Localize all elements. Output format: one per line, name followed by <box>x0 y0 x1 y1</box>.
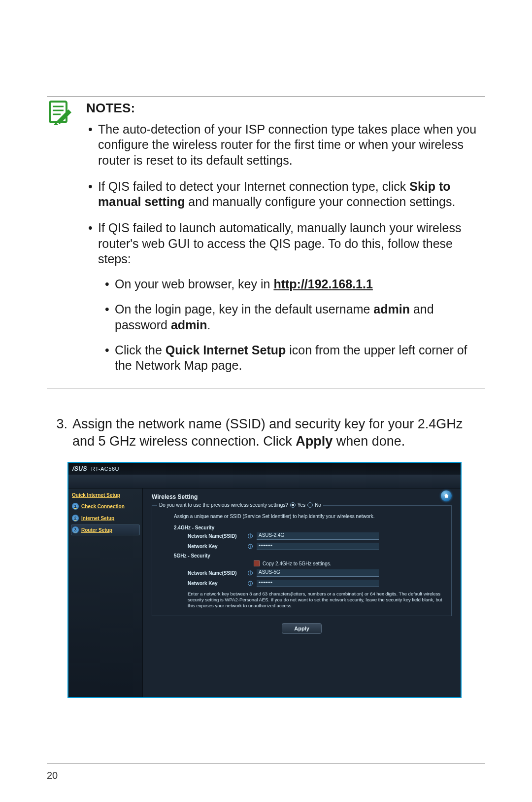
info-icon: ⓘ <box>247 533 254 540</box>
ssid-help-text: Assign a unique name or SSID (Service Se… <box>174 514 444 519</box>
notes-subitem: •On your web browser, key in http://192.… <box>112 277 485 292</box>
info-icon: ⓘ <box>247 580 254 587</box>
previous-settings-question: Do you want to use the previous wireless… <box>157 502 323 508</box>
sidebar-item-label: Internet Setup <box>81 516 114 521</box>
label-key-24: Network Key <box>188 544 247 549</box>
input-ssid-24[interactable]: ASUS-2.4G <box>257 532 379 540</box>
info-icon: ⓘ <box>247 543 254 550</box>
apply-button[interactable]: Apply <box>282 623 322 634</box>
input-key-24[interactable]: •••••••• <box>257 543 379 550</box>
sidebar-item[interactable]: 3Router Setup <box>71 524 140 535</box>
router-ui-screenshot: /SUS RT-AC56U Quick Internet Setup 1Chec… <box>67 462 462 698</box>
input-ssid-5[interactable]: ASUS-5G <box>257 569 379 577</box>
label-ssid-24: Network Name(SSID) <box>188 533 247 539</box>
radio-no[interactable] <box>307 502 313 508</box>
notes-subitem: •Click the Quick Internet Setup icon fro… <box>112 343 485 374</box>
step-body: Assign the network name (SSID) and secur… <box>72 416 485 450</box>
router-header: /SUS RT-AC56U <box>68 463 461 475</box>
panel-title: Wireless Setting <box>152 493 452 500</box>
wizard-sidebar: Quick Internet Setup 1Check Connection2I… <box>68 488 143 697</box>
step-badge: 2 <box>72 515 79 522</box>
section-5ghz: 5GHz - Security <box>174 553 444 558</box>
notes-list: •The auto-detection of your ISP connecti… <box>86 122 485 373</box>
wireless-fieldset: Do you want to use the previous wireless… <box>152 505 452 616</box>
security-disclaimer: Enter a network key between 8 and 63 cha… <box>188 591 444 609</box>
router-titlebar <box>68 475 461 488</box>
step-number: 3. <box>47 416 72 450</box>
sidebar-item-label: Router Setup <box>81 527 112 533</box>
label-key-5: Network Key <box>188 581 247 586</box>
copy-settings-checkbox[interactable] <box>254 560 260 566</box>
sidebar-title: Quick Internet Setup <box>72 492 139 498</box>
copy-settings-label: Copy 2.4GHz to 5GHz settings. <box>263 561 332 566</box>
notes-icon <box>47 100 72 125</box>
sidebar-item[interactable]: 2Internet Setup <box>71 513 140 523</box>
step-badge: 3 <box>72 526 79 533</box>
notes-subitem: •On the login page, key in the default u… <box>112 302 485 333</box>
notes-item: •The auto-detection of your ISP connecti… <box>95 122 485 168</box>
notes-item: •If QIS failed to launch automatically, … <box>95 220 485 373</box>
router-model: RT-AC56U <box>91 466 119 472</box>
sidebar-item-label: Check Connection <box>81 504 125 509</box>
brand-logo: /SUS <box>72 465 87 472</box>
footer-rule <box>47 763 485 764</box>
label-ssid-5: Network Name(SSID) <box>188 570 247 576</box>
section-24ghz: 2.4GHz - Security <box>174 525 444 530</box>
input-key-5[interactable]: •••••••• <box>257 580 379 587</box>
step-3: 3. Assign the network name (SSID) and se… <box>47 416 485 450</box>
notes-box: NOTES: •The auto-detection of your ISP c… <box>47 96 485 388</box>
notes-heading: NOTES <box>86 101 131 115</box>
info-icon: ⓘ <box>247 570 254 577</box>
step-badge: 1 <box>72 503 79 510</box>
page-number: 20 <box>47 770 58 781</box>
radio-yes[interactable] <box>290 502 296 508</box>
sidebar-item[interactable]: 1Check Connection <box>71 501 140 512</box>
router-main: Wireless Setting Do you want to use the … <box>143 488 461 697</box>
notes-item: •If QIS failed to detect your Internet c… <box>95 179 485 210</box>
